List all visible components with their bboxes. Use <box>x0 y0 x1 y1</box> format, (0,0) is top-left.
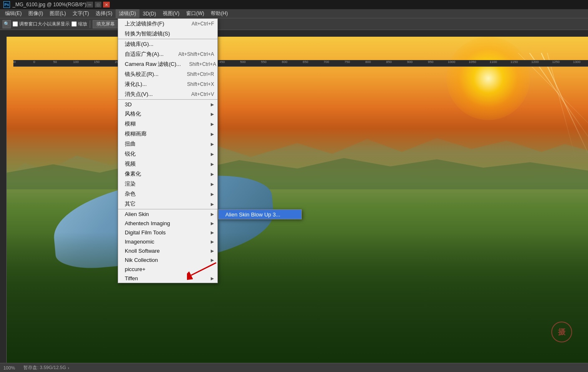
filter-digital-film[interactable]: Digital Film Tools ▶ <box>118 228 217 237</box>
watermark: 摄 <box>551 322 576 347</box>
ruler-vertical <box>0 37 7 363</box>
filter-section-2: 滤镜库(G)... 自适应广角(A)... Alt+Shift+Ctrl+A C… <box>118 39 217 100</box>
filter-knoll[interactable]: Knoll Software ▶ <box>118 246 217 255</box>
filter-last-op[interactable]: 上次滤镜操作(F) Alt+Ctrl+F <box>118 19 217 29</box>
filter-noise[interactable]: 杂色 ▶ <box>118 189 217 199</box>
fit-window-checkbox[interactable] <box>13 21 18 27</box>
sun-glow <box>447 37 530 120</box>
menu-help[interactable]: 帮助(H) <box>207 9 231 18</box>
menu-text[interactable]: 文字(T) <box>69 9 92 18</box>
filter-section-1: 上次滤镜操作(F) Alt+Ctrl+F 转换为智能滤镜(S) <box>118 19 217 39</box>
zoom-all-checkbox[interactable] <box>71 21 77 27</box>
filter-tiffen[interactable]: Tiffen ▶ <box>118 274 217 283</box>
fit-screen-button[interactable]: 填充屏幕 <box>93 20 119 28</box>
filter-alien-skin[interactable]: Alien Skin ▶ Alien Skin Blow Up 3... <box>118 209 217 219</box>
filter-section-3: 3D ▶ 风格化 ▶ 模糊 ▶ 模糊画廊 ▶ 扭曲 ▶ 锐化 ▶ <box>118 100 217 209</box>
filter-nik[interactable]: Nik Collection ▶ <box>118 255 217 264</box>
ruler-corner <box>0 30 7 37</box>
restore-button[interactable]: □ <box>95 2 101 8</box>
scratch-disk: 暂存盘: 3.59G/12.5G <box>23 364 66 371</box>
title-bar-controls: ─ □ ✕ <box>86 2 110 8</box>
menu-select[interactable]: 选择(S) <box>92 9 116 18</box>
filter-3d[interactable]: 3D ▶ <box>118 100 217 109</box>
filter-section-4: Alien Skin ▶ Alien Skin Blow Up 3... Ath… <box>118 209 217 283</box>
title-bar: Ps _MG_6100.jpg @ 100%(RGB/8*) ─ □ ✕ <box>0 0 588 9</box>
filter-menu-popup[interactable]: 上次滤镜操作(F) Alt+Ctrl+F 转换为智能滤镜(S) 滤镜库(G)..… <box>118 18 218 283</box>
foreground-grass <box>7 232 588 363</box>
filter-sharpen[interactable]: 锐化 ▶ <box>118 149 217 159</box>
ruler-horizontal: -500501001502002503003504004505005506006… <box>13 60 588 67</box>
menu-layer[interactable]: 图层(L) <box>46 9 69 18</box>
close-button[interactable]: ✕ <box>103 2 110 8</box>
menu-bar: 编辑(E) 图像(I) 图层(L) 文字(T) 选择(S) 滤镜(D) 3D(D… <box>0 9 588 18</box>
status-arrow: › <box>68 365 69 370</box>
filter-blur[interactable]: 模糊 ▶ <box>118 119 217 129</box>
canvas-area: 摄 -5005010015020025030035040045050055060… <box>7 30 588 363</box>
menu-window[interactable]: 窗口(W) <box>183 9 207 18</box>
filter-other[interactable]: 其它 ▶ <box>118 199 217 209</box>
filter-stylize[interactable]: 风格化 ▶ <box>118 109 217 119</box>
filter-adaptive-wide[interactable]: 自适应广角(A)... Alt+Shift+Ctrl+A <box>118 49 217 59</box>
status-bar: 100% 暂存盘: 3.59G/12.5G › <box>0 363 588 372</box>
scene-background: 摄 <box>7 37 588 363</box>
zoom-all-checkbox-label: 缩放 <box>71 21 87 27</box>
menu-view[interactable]: 视图(V) <box>159 9 183 18</box>
filter-smart[interactable]: 转换为智能滤镜(S) <box>118 29 217 39</box>
toolbar-sep-1 <box>90 20 90 28</box>
zoom-icon[interactable]: 🔍 <box>3 20 11 28</box>
filter-liquify[interactable]: 液化(L)... Shift+Ctrl+X <box>118 79 217 89</box>
filter-lens-correction[interactable]: 镜头校正(R)... Shift+Ctrl+R <box>118 69 217 79</box>
menu-3d[interactable]: 3D(D) <box>139 9 159 18</box>
menu-filter[interactable]: 滤镜(D) <box>116 9 139 18</box>
filter-camera-raw[interactable]: Camera Raw 滤镜(C)... Shift+Ctrl+A <box>118 59 217 69</box>
menu-image[interactable]: 图像(I) <box>25 9 46 18</box>
fit-window-checkbox-label: 调整窗口大小以满屏显示 <box>13 21 70 27</box>
zoom-level: 100% <box>3 365 15 370</box>
filter-athentech[interactable]: Athentech Imaging ▶ <box>118 219 217 228</box>
filter-piccure[interactable]: piccure+ <box>118 264 217 274</box>
filter-imagenomic[interactable]: Imagenomic ▶ <box>118 237 217 246</box>
filter-gallery[interactable]: 滤镜库(G)... <box>118 39 217 49</box>
filter-video[interactable]: 视频 ▶ <box>118 159 217 169</box>
filter-distort[interactable]: 扭曲 ▶ <box>118 139 217 149</box>
alien-skin-blow-up[interactable]: Alien Skin Blow Up 3... <box>219 210 301 219</box>
filter-pixelate[interactable]: 像素化 ▶ <box>118 169 217 179</box>
menu-edit[interactable]: 编辑(E) <box>2 9 25 18</box>
ps-icon: Ps <box>3 1 10 8</box>
alien-skin-submenu: Alien Skin Blow Up 3... <box>218 209 302 219</box>
title-bar-title: _MG_6100.jpg @ 100%(RGB/8*) <box>13 2 86 8</box>
filter-blur-gallery[interactable]: 模糊画廊 ▶ <box>118 129 217 139</box>
filter-render[interactable]: 渲染 ▶ <box>118 179 217 189</box>
toolbar: 🔍 调整窗口大小以满屏显示 缩放 填充屏幕 填充屏幕 <box>0 18 588 30</box>
filter-vanishing-point[interactable]: 消失点(V)... Alt+Ctrl+V <box>118 89 217 99</box>
minimize-button[interactable]: ─ <box>86 2 93 8</box>
